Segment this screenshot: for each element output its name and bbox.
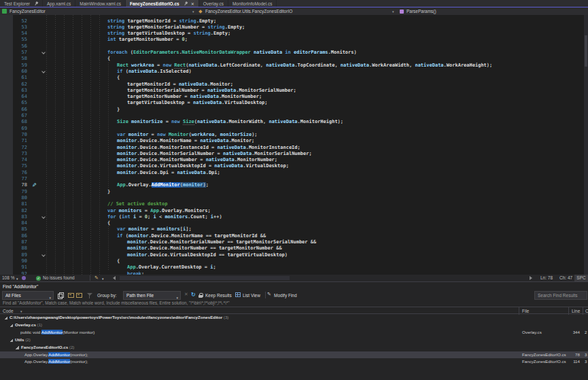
tab-mainwindow-xaml-cs[interactable]: MainWindow.xaml.cs: [75, 0, 126, 7]
scope-dropdown[interactable]: All Files ▾: [2, 291, 54, 300]
line-number[interactable]: 55: [0, 37, 27, 43]
code-cleanup-icon[interactable]: ✎: [94, 275, 99, 281]
code-line-79[interactable]: 79}: [0, 189, 588, 195]
tab-fancyzoneseditorio-cs[interactable]: FancyZonesEditorIO.cs✕: [126, 0, 199, 7]
code-line-63[interactable]: 63targetMonitorSerialNumber = nativeData…: [0, 88, 588, 94]
tab-test-explorer[interactable]: Test Explorer: [0, 0, 43, 7]
column-header-col[interactable]: Col: [585, 309, 588, 313]
line-number[interactable]: 57: [0, 50, 27, 56]
column-header-file[interactable]: File: [522, 309, 529, 313]
code-line-89[interactable]: 89monitor.Device.VirtualDesktopId == tar…: [0, 252, 588, 258]
tab-app-xaml-cs[interactable]: App.xaml.cs: [43, 0, 75, 7]
line-number[interactable]: 63: [0, 88, 27, 94]
copy-icon[interactable]: [58, 292, 63, 298]
group-by-dropdown[interactable]: Path then File ▾: [123, 291, 181, 300]
space-indicator[interactable]: SPC: [574, 275, 588, 281]
keep-results-toggle[interactable]: Keep Results: [205, 293, 232, 298]
expand-all-icon[interactable]: [68, 292, 73, 298]
code-line-77[interactable]: 77: [0, 176, 588, 182]
code-line-53[interactable]: 53string targetMonitorSerialNumber = str…: [0, 24, 588, 31]
type-dropdown[interactable]: FancyZonesEditor.Utils.FancyZonesEditorI…: [199, 7, 292, 15]
outline-collapse-chevron[interactable]: [41, 69, 46, 73]
line-number[interactable]: 91: [0, 264, 27, 271]
tab-monitorinfomodel-cs[interactable]: MonitorInfoModel.cs: [228, 0, 277, 7]
result-row[interactable]: App.Overlay.AddMonitor(monitor);FancyZon…: [0, 351, 588, 359]
code-line-54[interactable]: 54string targetVirtualDesktop = string.E…: [0, 31, 588, 37]
line-number[interactable]: 53: [0, 24, 27, 31]
result-group-row[interactable]: Utils (2): [0, 336, 588, 344]
code-line-78[interactable]: 78✎App.Overlay.AddMonitor(monitor);: [0, 182, 588, 188]
code-line-85[interactable]: 85var monitor = monitors[i];: [0, 226, 588, 232]
line-number[interactable]: 69: [0, 126, 27, 132]
line-number[interactable]: 77: [0, 176, 27, 182]
code-line-61[interactable]: 61{: [0, 75, 588, 81]
outline-collapse-chevron[interactable]: [41, 215, 46, 219]
line-number[interactable]: 58: [0, 56, 27, 62]
result-row[interactable]: public void AddMonitor(Monitor monitor)O…: [0, 329, 588, 336]
line-number[interactable]: 87: [0, 239, 27, 245]
line-number[interactable]: 89: [0, 252, 27, 258]
outline-collapse-chevron[interactable]: [41, 50, 46, 54]
line-number[interactable]: 76: [0, 170, 27, 176]
project-dropdown-arrow[interactable]: ▾: [192, 10, 194, 14]
code-line-56[interactable]: 56: [0, 44, 588, 50]
code-line-69[interactable]: 69: [0, 126, 588, 132]
code-line-58[interactable]: 58{: [0, 56, 588, 62]
code-line-59[interactable]: 59Rect workArea = new Rect(nativeData.Le…: [0, 63, 588, 69]
project-dropdown[interactable]: FancyZonesEditor: [2, 7, 46, 15]
code-line-72[interactable]: 72monitor.Device.MonitorInstanceId = nat…: [0, 145, 588, 151]
column-header-line[interactable]: Line: [572, 309, 580, 313]
health-check-icon[interactable]: ✓: [36, 276, 41, 281]
tree-expander[interactable]: [16, 346, 19, 349]
code-line-81[interactable]: 81// Set active desktop: [0, 201, 588, 207]
code-line-74[interactable]: 74monitor.Device.MonitorNumber = nativeD…: [0, 157, 588, 163]
outline-collapse-chevron[interactable]: [41, 253, 46, 257]
modify-find-button[interactable]: Modify Find: [274, 293, 297, 298]
hscroll-right-arrow[interactable]: [530, 276, 532, 280]
line-number[interactable]: 56: [0, 44, 27, 50]
line-number[interactable]: 59: [0, 63, 27, 69]
pin-icon[interactable]: [182, 1, 188, 6]
code-column-arrow[interactable]: ▾: [20, 309, 22, 313]
result-row[interactable]: App.Overlay.AddMonitor(monitor);FancyZon…: [0, 358, 588, 366]
collapse-all-icon[interactable]: [76, 292, 82, 298]
line-number[interactable]: 66: [0, 107, 27, 113]
line-number[interactable]: 86: [0, 233, 27, 239]
line-number[interactable]: 71: [0, 138, 27, 144]
line-number[interactable]: 85: [0, 226, 27, 232]
code-line-80[interactable]: 80: [0, 195, 588, 201]
line-number[interactable]: 61: [0, 75, 27, 81]
line-number[interactable]: 75: [0, 163, 27, 169]
code-line-64[interactable]: 64targetMonitorNumber = nativeData.Monit…: [0, 94, 588, 100]
line-number[interactable]: 65: [0, 100, 27, 106]
code-line-66[interactable]: 66}: [0, 107, 588, 113]
line-number[interactable]: 52: [0, 18, 27, 24]
zoom-level[interactable]: 108 %: [2, 275, 14, 281]
clear-icon[interactable]: ✕: [184, 292, 188, 297]
code-editor[interactable]: 52string targetMonitorId = string.Empty;…: [0, 15, 588, 275]
member-dropdown[interactable]: ParseParams(): [400, 7, 436, 15]
close-icon[interactable]: ✕: [191, 1, 194, 6]
code-line-75[interactable]: 75monitor.Device.VirtualDesktopId = nati…: [0, 163, 588, 169]
line-number[interactable]: 74: [0, 157, 27, 163]
hscroll-thumb[interactable]: [120, 276, 290, 280]
health-status[interactable]: No issues found: [43, 275, 75, 281]
code-line-55[interactable]: 55int targetMonitorNumber = 0;: [0, 37, 588, 43]
result-group-row[interactable]: FancyZonesEditorIO.cs (2): [0, 344, 588, 351]
search-find-results-input[interactable]: Search Find Results: [534, 291, 587, 300]
tree-expander[interactable]: [10, 324, 13, 327]
code-line-76[interactable]: 76monitor.Device.Dpi = nativeData.Dpi;: [0, 170, 588, 176]
line-number[interactable]: 73: [0, 151, 27, 157]
line-number[interactable]: 72: [0, 145, 27, 151]
code-cleanup-arrow[interactable]: ▾: [102, 276, 104, 281]
type-dropdown-arrow[interactable]: ▾: [392, 10, 394, 14]
code-line-68[interactable]: 68Size monitorSize = new Size(nativeData…: [0, 119, 588, 125]
line-number[interactable]: 83: [0, 214, 27, 220]
line-number[interactable]: 81: [0, 201, 27, 207]
line-number[interactable]: 70: [0, 132, 27, 138]
hscroll-left-arrow[interactable]: [113, 276, 116, 280]
code-line-65[interactable]: 65targetVirtualDesktop = nativeData.Virt…: [0, 100, 588, 106]
code-line-60[interactable]: 60if (nativeData.IsSelected): [0, 69, 588, 75]
zoom-dropdown-arrow[interactable]: ▾: [16, 276, 18, 281]
column-header-code[interactable]: Code: [3, 309, 14, 313]
